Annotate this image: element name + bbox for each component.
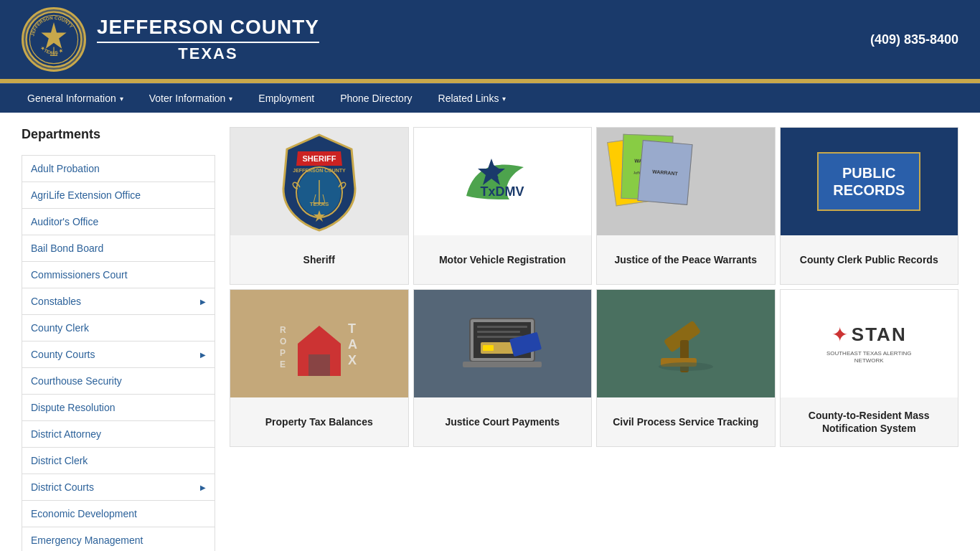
main-nav: General Information ▾ Voter Information … xyxy=(0,83,980,113)
card-jp-warrants-image: WARRANT WARRANT Jefferson CountyPrecinct… xyxy=(597,128,775,235)
phone-number: (409) 835-8400 xyxy=(870,32,958,47)
public-records-sign: PUBLICRECORDS xyxy=(817,152,920,211)
card-motor-vehicle[interactable]: TxDMV Motor Vehicle Registration xyxy=(413,127,593,285)
card-stan[interactable]: ✦ STAN SOUTHEAST TEXAS ALERTING NETWORK … xyxy=(780,289,959,447)
svg-point-43 xyxy=(659,362,713,371)
svg-text:O: O xyxy=(280,336,286,347)
svg-rect-37 xyxy=(483,345,494,351)
arrow-right-icon: ▶ xyxy=(200,298,206,306)
state-name: TEXAS xyxy=(97,44,319,63)
card-jp-warrants-label: Justice of the Peace Warrants xyxy=(608,235,763,284)
svg-text:TxDMV: TxDMV xyxy=(481,184,524,199)
dept-auditor[interactable]: Auditor's Office xyxy=(22,209,215,235)
svg-text:A: A xyxy=(348,337,357,352)
dept-courthouse-security[interactable]: Courthouse Security xyxy=(22,368,215,394)
nav-phone-directory[interactable]: Phone Directory xyxy=(327,84,425,113)
card-stan-image: ✦ STAN SOUTHEAST TEXAS ALERTING NETWORK xyxy=(781,290,958,397)
card-civil-process-image xyxy=(597,290,775,397)
card-justice-payments-image xyxy=(414,290,592,397)
dept-emergency-mgmt[interactable]: Emergency Management xyxy=(22,527,215,551)
dept-county-clerk[interactable]: County Clerk xyxy=(22,315,215,341)
arrow-right-icon: ▶ xyxy=(200,351,206,359)
chevron-down-icon: ▾ xyxy=(229,95,232,103)
list-item: Commissioners Court xyxy=(22,262,215,288)
chevron-down-icon: ▾ xyxy=(120,95,123,103)
list-item: District Clerk xyxy=(22,448,215,474)
svg-text:TEXAS: TEXAS xyxy=(309,201,329,207)
list-item: County Courts ▶ xyxy=(22,342,215,368)
card-county-clerk-records-image: PUBLICRECORDS xyxy=(781,128,958,235)
svg-rect-38 xyxy=(463,362,542,367)
list-item: Bail Bond Board xyxy=(22,235,215,262)
dept-agrilife[interactable]: AgriLife Extension Office xyxy=(22,182,215,208)
svg-rect-33 xyxy=(477,326,527,328)
svg-text:P: P xyxy=(280,348,286,358)
card-property-tax-label: Property Tax Balances xyxy=(260,397,379,446)
dept-constables[interactable]: Constables ▶ xyxy=(22,288,215,314)
nav-employment[interactable]: Employment xyxy=(245,84,327,113)
card-property-tax[interactable]: T A X R O P E Property Tax Balances xyxy=(230,289,409,447)
svg-rect-34 xyxy=(477,331,520,333)
list-item: District Courts ▶ xyxy=(22,474,215,501)
dept-economic-dev[interactable]: Economic Development xyxy=(22,501,215,527)
site-title: JEFFERSON COUNTY TEXAS xyxy=(97,16,319,63)
dept-commissioners-court[interactable]: Commissioners Court xyxy=(22,262,215,288)
stan-star-icon: ✦ xyxy=(831,323,848,347)
dept-district-attorney[interactable]: District Attorney xyxy=(22,421,215,447)
card-motor-vehicle-label: Motor Vehicle Registration xyxy=(433,235,572,284)
dept-county-courts[interactable]: County Courts ▶ xyxy=(22,342,215,367)
card-county-clerk-records[interactable]: PUBLICRECORDS County Clerk Public Record… xyxy=(780,127,959,285)
svg-text:SHERIFF: SHERIFF xyxy=(302,154,336,163)
svg-text:T: T xyxy=(348,321,356,336)
dept-dispute-resolution[interactable]: Dispute Resolution xyxy=(22,395,215,420)
card-motor-vehicle-image: TxDMV xyxy=(414,128,592,235)
list-item: Economic Development xyxy=(22,501,215,527)
arrow-right-icon: ▶ xyxy=(200,484,206,491)
list-item: County Clerk xyxy=(22,315,215,342)
svg-text:R: R xyxy=(280,325,286,335)
list-item: AgriLife Extension Office xyxy=(22,182,215,209)
quick-links-grid: SHERIFF xyxy=(230,127,958,447)
card-civil-process-label: Civil Process Service Tracking xyxy=(607,397,764,446)
page-content: Departments Adult Probation AgriLife Ext… xyxy=(0,113,980,551)
card-justice-payments[interactable]: Justice Court Payments xyxy=(413,289,593,447)
list-item: District Attorney xyxy=(22,421,215,448)
stan-full-name: SOUTHEAST TEXAS ALERTING NETWORK xyxy=(826,350,912,365)
dept-adult-probation[interactable]: Adult Probation xyxy=(22,156,215,182)
list-item: Emergency Management xyxy=(22,527,215,551)
sidebar-title: Departments xyxy=(22,127,215,146)
card-civil-process[interactable]: Civil Process Service Tracking xyxy=(596,289,776,447)
main-content: SHERIFF xyxy=(230,127,958,551)
card-property-tax-image: T A X R O P E xyxy=(230,290,408,397)
svg-text:JEFFERSON COUNTY: JEFFERSON COUNTY xyxy=(293,168,346,173)
list-item: Courthouse Security xyxy=(22,368,215,395)
svg-rect-23 xyxy=(308,354,330,376)
nav-general-info[interactable]: General Information ▾ xyxy=(14,84,136,113)
svg-text:E: E xyxy=(280,359,286,369)
stan-logo: ✦ STAN xyxy=(831,323,907,347)
header-left: JEFFERSON COUNTY ★ TEXAS ★ JEFFERSON COU… xyxy=(22,7,319,72)
department-list: Adult Probation AgriLife Extension Offic… xyxy=(22,155,215,551)
stan-acronym: STAN xyxy=(852,324,907,346)
card-county-clerk-records-label: County Clerk Public Records xyxy=(794,235,944,284)
card-stan-label: County-to-Resident Mass Notification Sys… xyxy=(781,397,958,446)
site-header: JEFFERSON COUNTY ★ TEXAS ★ JEFFERSON COU… xyxy=(0,0,980,82)
departments-sidebar: Departments Adult Probation AgriLife Ext… xyxy=(22,127,215,551)
card-sheriff-label: Sheriff xyxy=(298,235,341,284)
county-name: JEFFERSON COUNTY xyxy=(97,16,319,43)
dept-district-courts[interactable]: District Courts ▶ xyxy=(22,474,215,500)
dept-bail-bond[interactable]: Bail Bond Board xyxy=(22,235,215,261)
card-sheriff-image: SHERIFF xyxy=(230,128,408,235)
nav-voter-info[interactable]: Voter Information ▾ xyxy=(136,84,246,113)
nav-related-links[interactable]: Related Links ▾ xyxy=(425,84,519,113)
chevron-down-icon: ▾ xyxy=(502,95,506,103)
list-item: Constables ▶ xyxy=(22,288,215,315)
list-item: Adult Probation xyxy=(22,156,215,182)
list-item: Auditor's Office xyxy=(22,209,215,235)
county-seal: JEFFERSON COUNTY ★ TEXAS ★ xyxy=(22,7,86,72)
card-jp-warrants[interactable]: WARRANT WARRANT Jefferson CountyPrecinct… xyxy=(596,127,776,285)
list-item: Dispute Resolution xyxy=(22,395,215,421)
dept-district-clerk[interactable]: District Clerk xyxy=(22,448,215,474)
card-sheriff[interactable]: SHERIFF xyxy=(230,127,409,285)
card-justice-payments-label: Justice Court Payments xyxy=(440,397,566,446)
